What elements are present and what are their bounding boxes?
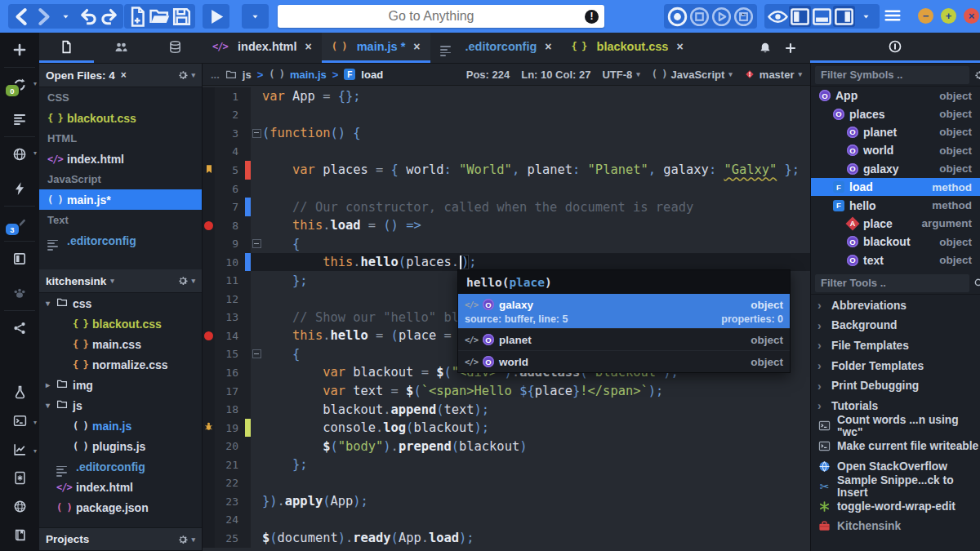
autocomplete-item-galaxy[interactable]: </>Ogalaxyobjectsource: buffer, line: 5p… xyxy=(458,294,790,328)
tree-folder-item[interactable]: ▾js xyxy=(39,395,202,415)
eye-button[interactable] xyxy=(767,6,789,27)
code-text[interactable] xyxy=(262,143,810,162)
tab-main.js[interactable]: ( )main.js *× xyxy=(322,33,430,63)
code-line[interactable]: 24 xyxy=(203,511,810,530)
symbol-load[interactable]: Floadmethod xyxy=(811,178,980,196)
dropdown-caret-button[interactable] xyxy=(244,6,266,27)
fold-margin[interactable] xyxy=(251,271,262,290)
tree-folder-item[interactable]: ▸img xyxy=(39,375,202,395)
gear-icon[interactable] xyxy=(177,69,189,81)
play-button[interactable] xyxy=(205,6,227,27)
tree-expand-icon[interactable]: ▾ xyxy=(46,299,56,308)
symbol-text[interactable]: Otextobject xyxy=(811,251,980,269)
play-circle-button[interactable] xyxy=(710,6,733,27)
redo-button[interactable] xyxy=(99,6,121,27)
code-text[interactable]: var places = { world: "World", planet: "… xyxy=(262,161,810,180)
tab-menu-icon[interactable] xyxy=(759,42,772,55)
breakpoint-margin[interactable] xyxy=(203,180,215,198)
symbol-galaxy[interactable]: Ogalaxyobject xyxy=(811,160,980,178)
share-rail-button[interactable] xyxy=(0,311,39,345)
tree-folder-item[interactable]: ▾css xyxy=(39,293,202,313)
tree-file-item[interactable]: ( )main.js xyxy=(39,415,202,436)
code-text[interactable]: var text = $(`<span>Hello ${place}!</spa… xyxy=(262,382,810,401)
record-button[interactable] xyxy=(666,6,688,27)
breakpoint-margin[interactable] xyxy=(203,271,215,290)
pane-tab-database[interactable] xyxy=(148,33,203,63)
code-line[interactable]: 22 xyxy=(203,473,810,492)
stop-button[interactable] xyxy=(688,6,710,27)
breakpoint-margin[interactable] xyxy=(203,198,215,216)
globe-rail-button[interactable]: ▾ xyxy=(0,137,39,171)
tree-expand-icon[interactable]: ▾ xyxy=(46,401,56,410)
status-git-branch[interactable]: master▾ xyxy=(744,69,802,81)
tool-item[interactable]: Make current file writeable xyxy=(811,436,980,456)
breakpoint-margin[interactable] xyxy=(203,455,215,474)
tool-item[interactable]: Open StackOverflow xyxy=(811,456,980,477)
fold-margin[interactable] xyxy=(251,400,262,419)
tool-folder-Abbreviations[interactable]: ›Abbreviations xyxy=(811,295,980,316)
search-input[interactable] xyxy=(278,8,585,24)
tool-folder-Print Debugging[interactable]: ›Print Debugging xyxy=(811,375,980,396)
code-line[interactable]: 5 var places = { world: "World", planet:… xyxy=(203,161,810,180)
fold-collapse-icon[interactable] xyxy=(252,129,261,138)
plus-rail-button[interactable] xyxy=(0,33,39,67)
close-icon[interactable]: × xyxy=(305,40,312,53)
code-text[interactable]: (function() { xyxy=(262,124,810,143)
code-text[interactable]: var App = {}; xyxy=(262,87,810,106)
sphere-rail-button[interactable] xyxy=(0,492,39,521)
tool-item[interactable]: toggle-word-wrap-edit xyxy=(811,496,980,517)
back-button[interactable] xyxy=(11,6,33,27)
tool-item[interactable]: Count words ...n using "wc" xyxy=(811,416,980,437)
tool-folder-Tutorials[interactable]: ›Tutorials xyxy=(811,396,980,416)
code-text[interactable]: $("body").prepend(blackout) xyxy=(262,437,810,455)
tree-file-item[interactable]: { }normalize.css xyxy=(39,354,202,375)
code-line[interactable]: 1var App = {}; xyxy=(203,87,810,106)
code-line[interactable]: 23}).apply(App); xyxy=(203,492,810,511)
status-language[interactable]: ( )JavaScript▾ xyxy=(652,69,733,81)
breakpoint-margin[interactable] xyxy=(203,216,215,235)
breakpoint-margin[interactable] xyxy=(203,309,215,327)
code-line[interactable]: 7 // Our constructor, called when the do… xyxy=(203,198,810,216)
fold-margin[interactable] xyxy=(251,419,262,438)
code-line[interactable]: 17 var text = $(`<span>Hello ${place}!</… xyxy=(203,382,810,401)
forward-button[interactable] xyxy=(33,6,55,27)
code-text[interactable]: // Our constructor, called when the docu… xyxy=(262,198,810,216)
tab-blackout.css[interactable]: { }blackout.css× xyxy=(562,33,693,63)
breadcrumb-file[interactable]: main.js xyxy=(290,69,327,81)
check-rail-button[interactable]: 3 xyxy=(0,207,39,241)
panel-rail-button[interactable] xyxy=(0,242,39,276)
breakpoint-margin[interactable] xyxy=(203,511,215,530)
code-text[interactable]: }; xyxy=(262,455,810,474)
code-text[interactable]: $(document).ready(App.load); xyxy=(262,529,810,548)
tree-file-item[interactable]: { }main.css xyxy=(39,334,202,354)
breakpoint-margin[interactable] xyxy=(203,290,215,309)
terminal-rail-button[interactable]: ▾ xyxy=(0,407,39,435)
breakpoint-margin[interactable] xyxy=(203,253,215,272)
breadcrumb-folder[interactable]: js xyxy=(243,69,252,81)
undo-button[interactable] xyxy=(77,6,99,27)
filter-tools-input[interactable] xyxy=(815,274,969,292)
tab-index.html[interactable]: </>index.html× xyxy=(203,33,322,63)
code-text[interactable] xyxy=(262,473,810,492)
flask-rail-button[interactable] xyxy=(0,378,39,407)
fold-margin[interactable] xyxy=(251,382,262,401)
symbol-places[interactable]: Oplacesobject xyxy=(811,104,980,122)
snippet-rail-button[interactable] xyxy=(0,464,39,492)
tree-file-item[interactable]: ( )plugins.js xyxy=(39,436,202,456)
tool-folder-Background[interactable]: ›Background xyxy=(811,316,980,336)
panel-right-button[interactable] xyxy=(833,6,855,27)
fold-margin[interactable] xyxy=(251,216,262,235)
breakpoint-margin[interactable] xyxy=(203,473,215,492)
fold-margin[interactable] xyxy=(251,87,262,106)
fold-margin[interactable] xyxy=(251,492,262,511)
open-folder-button[interactable] xyxy=(149,6,171,27)
panel-bottom-button[interactable] xyxy=(811,6,833,27)
symbol-App[interactable]: OAppobject xyxy=(811,87,980,104)
code-text[interactable]: console.log(blackout); xyxy=(262,419,810,438)
fold-margin[interactable] xyxy=(251,345,262,364)
fold-margin[interactable] xyxy=(251,180,262,198)
breakpoint-margin[interactable] xyxy=(203,327,215,345)
pane-tab-file-page[interactable] xyxy=(39,33,94,63)
tree-file-item[interactable]: </>index.html xyxy=(39,477,202,497)
breakpoint-margin[interactable] xyxy=(203,437,215,455)
